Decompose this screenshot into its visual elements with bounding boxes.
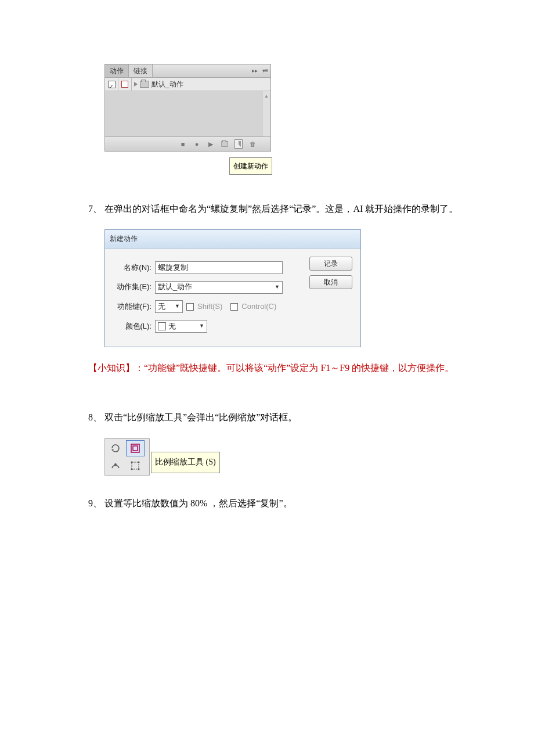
- ctrl-checkbox[interactable]: [230, 303, 238, 311]
- step-7-text: 7、 在弹出的对话框中命名为“螺旋复制”然后选择“记录”。这是，AI 就开始操作…: [70, 199, 464, 219]
- action-row-label: 默认_动作: [151, 77, 183, 92]
- color-select[interactable]: 无▼: [155, 320, 207, 333]
- chevron-down-icon: ▼: [275, 282, 280, 293]
- panel-tabbar: 动作 链接 ▸▸ ▾≡: [105, 64, 270, 78]
- svg-rect-3: [132, 462, 139, 469]
- scale-tool-figure: 比例缩放工具 (S): [104, 438, 464, 476]
- panel-body: [105, 91, 270, 136]
- dialog-toggle-icon[interactable]: [121, 81, 128, 88]
- tab-actions[interactable]: 动作: [105, 64, 129, 77]
- action-row[interactable]: 默认_动作: [105, 78, 270, 91]
- freetransform-tool-icon[interactable]: [126, 458, 145, 474]
- toolbar-section: [104, 438, 150, 476]
- color-value: 无: [168, 318, 176, 335]
- step-8-text: 8、 双击“比例缩放工具”会弹出“比例缩放”对话框。: [70, 407, 464, 427]
- fkey-label: 功能键(F):: [113, 298, 151, 315]
- color-label: 颜色(L):: [113, 318, 151, 335]
- warp-tool-icon[interactable]: [106, 458, 125, 474]
- record-icon[interactable]: ●: [193, 140, 201, 148]
- tip-text: 【小知识】：“功能键”既快捷键。可以将该“动作”设定为 F1～F9 的快捷键，以…: [70, 358, 464, 378]
- expand-icon[interactable]: [134, 82, 138, 87]
- svg-rect-1: [133, 446, 138, 451]
- svg-point-4: [131, 461, 133, 463]
- fkey-select[interactable]: 无▼: [155, 300, 183, 313]
- svg-point-2: [114, 463, 117, 466]
- stop-icon[interactable]: ■: [179, 140, 187, 148]
- shift-checkbox[interactable]: [186, 303, 194, 311]
- name-label: 名称(N):: [113, 260, 151, 276]
- name-input[interactable]: 螺旋复制: [155, 261, 283, 274]
- scale-tool-tooltip: 比例缩放工具 (S): [151, 452, 220, 473]
- record-button[interactable]: 记录: [309, 257, 352, 271]
- record-button-label: 记录: [324, 256, 338, 271]
- set-label: 动作集(E):: [113, 279, 151, 296]
- actions-panel: 动作 链接 ▸▸ ▾≡ 默认_动作 ■ ● ▶: [104, 64, 271, 152]
- delete-icon[interactable]: 🗑: [248, 140, 257, 148]
- new-action-dialog: 新建动作 名称(N): 螺旋复制 动作集(E): 默认_动作▼ 功能键(F): …: [104, 229, 361, 347]
- name-value: 螺旋复制: [158, 260, 188, 276]
- folder-icon: [140, 81, 149, 88]
- color-swatch-icon: [158, 322, 166, 330]
- play-icon[interactable]: ▶: [207, 140, 215, 148]
- dialog-title: 新建动作: [105, 230, 360, 248]
- new-action-tooltip: 创建新动作: [229, 157, 272, 175]
- tab-links[interactable]: 链接: [129, 64, 153, 77]
- chevron-down-icon: ▼: [199, 321, 204, 332]
- svg-point-5: [138, 461, 140, 463]
- chevron-down-icon: ▼: [175, 301, 180, 312]
- ctrl-label: Control(C): [241, 298, 276, 315]
- collapse-icon[interactable]: ▸▸: [251, 67, 259, 75]
- fkey-value: 无: [158, 298, 165, 315]
- set-select[interactable]: 默认_动作▼: [155, 281, 283, 294]
- tab-actions-label: 动作: [110, 63, 124, 78]
- svg-point-6: [131, 468, 133, 470]
- new-action-button[interactable]: [234, 140, 243, 148]
- svg-rect-0: [131, 444, 139, 452]
- step-9-text: 9、 设置等比缩放数值为 80% ，然后选择“复制”。: [70, 493, 464, 513]
- cancel-button[interactable]: 取消: [309, 275, 352, 289]
- panel-footer: ■ ● ▶ 🗑: [105, 136, 270, 151]
- panel-menu-icon[interactable]: ▾≡: [261, 67, 269, 75]
- rotate-tool-icon[interactable]: [106, 440, 125, 456]
- toggle-check-icon[interactable]: [108, 81, 116, 88]
- cancel-button-label: 取消: [324, 275, 338, 290]
- scrollbar[interactable]: [262, 91, 270, 136]
- new-set-icon[interactable]: [221, 140, 229, 148]
- scale-tool-icon[interactable]: [126, 440, 145, 456]
- svg-point-7: [138, 468, 140, 470]
- set-value: 默认_动作: [158, 279, 192, 296]
- shift-label: Shift(S): [197, 298, 222, 315]
